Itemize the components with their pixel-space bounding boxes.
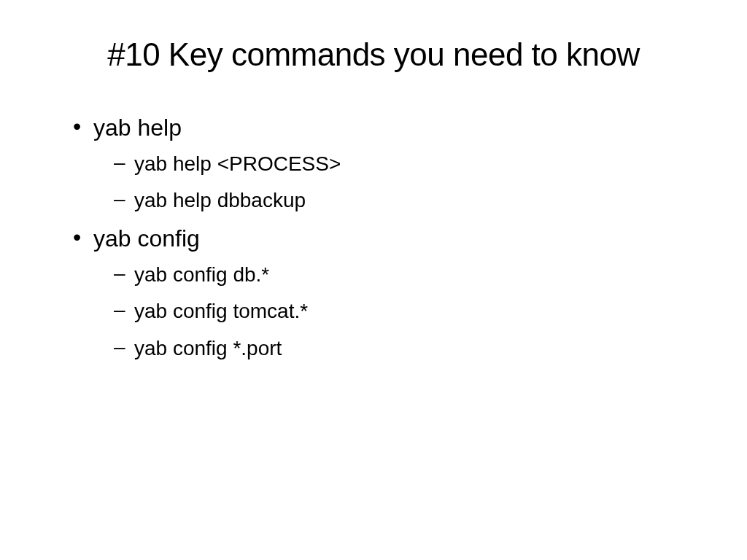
list-item: yab help <PROCESS> [114, 151, 696, 177]
list-item: yab config tomcat.* [114, 298, 696, 324]
list-item-label: yab help dbbackup [134, 189, 306, 211]
list-item: yab config yab config db.* yab config to… [73, 224, 696, 362]
list-item-label: yab help <PROCESS> [134, 152, 341, 175]
list-item: yab help yab help <PROCESS> yab help dbb… [73, 113, 696, 214]
list-item: yab help dbbackup [114, 187, 696, 214]
list-item-label: yab config *.port [134, 337, 282, 359]
list-item-label: yab config db.* [134, 263, 269, 286]
list-item-label: yab help [93, 114, 182, 141]
slide-content: yab help yab help <PROCESS> yab help dbb… [51, 113, 696, 362]
list-item: yab config db.* [114, 262, 696, 288]
list-item: yab config *.port [114, 335, 696, 362]
list-item-label: yab config tomcat.* [134, 300, 308, 322]
list-item-label: yab config [93, 225, 200, 252]
slide-title: #10 Key commands you need to know [51, 36, 696, 73]
